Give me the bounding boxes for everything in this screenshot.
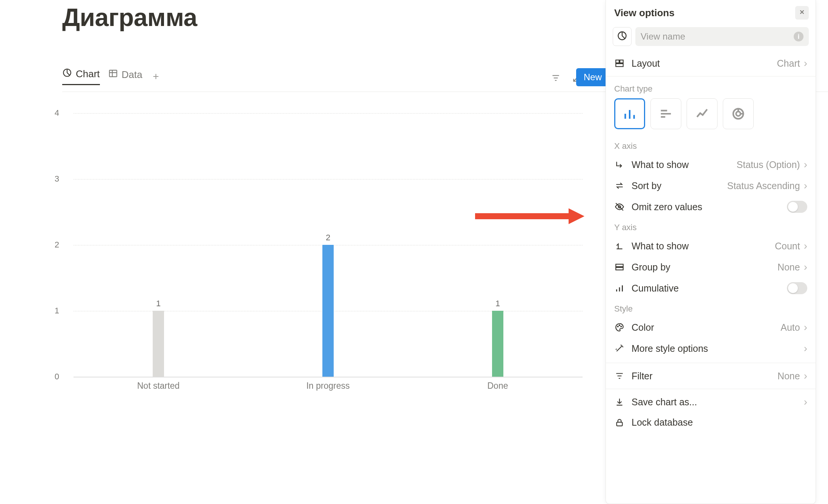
bar[interactable]: 1 — [153, 311, 164, 377]
placeholder: View name — [641, 31, 685, 42]
bar[interactable]: 2 — [322, 245, 334, 377]
arrow-right-down-icon — [614, 159, 625, 170]
arrow-up-left-icon — [614, 241, 625, 251]
tab-label: Data — [122, 69, 143, 81]
row-label: What to show — [632, 241, 688, 252]
y-cumulative-row[interactable]: Cumulative — [606, 278, 816, 299]
view-options-panel: View options View name i Layout Chart › — [606, 0, 816, 504]
close-button[interactable] — [795, 6, 809, 20]
row-label: Cumulative — [632, 283, 679, 294]
chart-type-bar[interactable] — [614, 98, 645, 129]
tab-chart[interactable]: Chart — [62, 68, 100, 85]
eye-off-icon — [614, 202, 625, 212]
tab-label: Chart — [76, 68, 100, 80]
svg-point-10 — [736, 111, 741, 116]
chevron-right-icon: › — [804, 261, 807, 273]
row-value: Status (Option) — [737, 159, 800, 170]
chevron-right-icon: › — [804, 396, 807, 408]
x-axis-label: X axis — [606, 136, 816, 154]
layout-icon — [614, 58, 625, 69]
y-what-to-show-row[interactable]: What to show Count › — [606, 235, 816, 257]
x-sort-by-row[interactable]: Sort by Status Ascending › — [606, 175, 816, 196]
chart-type-horizontal-bar[interactable] — [650, 98, 681, 129]
style-color-row[interactable]: Color Auto › — [606, 317, 816, 338]
style-more-row[interactable]: More style options › — [606, 338, 816, 359]
row-label: Lock database — [632, 417, 693, 428]
chart-type-donut[interactable] — [723, 98, 754, 129]
style-label: Style — [606, 299, 816, 317]
chevron-right-icon: › — [804, 180, 807, 192]
chart-type-label: Chart type — [606, 79, 816, 97]
view-name-input[interactable]: View name i — [635, 27, 809, 46]
svg-point-15 — [619, 325, 620, 326]
x-category-label: Done — [413, 381, 583, 391]
row-label: Group by — [632, 262, 670, 273]
bar-chart: 01234 1Not started2In progress1Done — [62, 113, 583, 392]
bar-value-label: 1 — [156, 299, 161, 309]
tab-data[interactable]: Data — [108, 69, 143, 85]
svg-rect-6 — [616, 60, 619, 63]
palette-icon — [614, 322, 625, 333]
y-tick-label: 4 — [55, 108, 59, 118]
pie-chart-icon — [62, 68, 72, 80]
y-tick-label: 1 — [55, 306, 59, 316]
svg-rect-13 — [616, 267, 623, 270]
view-tabs: Chart Data + — [62, 68, 161, 90]
chart-type-picker — [606, 97, 816, 136]
info-icon[interactable]: i — [794, 32, 803, 41]
y-tick-label: 2 — [55, 240, 59, 250]
y-group-by-row[interactable]: Group by None › — [606, 257, 816, 278]
svg-point-16 — [621, 326, 621, 327]
swap-icon — [614, 180, 625, 191]
cumulative-toggle[interactable] — [787, 282, 807, 294]
filter-icon[interactable] — [547, 70, 564, 86]
save-chart-row[interactable]: Save chart as... › — [606, 391, 816, 412]
x-category-label: In progress — [243, 381, 413, 391]
svg-rect-1 — [109, 70, 117, 76]
bar-column: 2In progress — [243, 113, 413, 377]
svg-rect-7 — [620, 60, 623, 63]
layout-label: Layout — [632, 58, 660, 69]
table-icon — [108, 69, 118, 81]
layout-row[interactable]: Layout Chart › — [606, 53, 816, 74]
bar-column: 1Done — [413, 113, 583, 377]
row-value: None — [777, 371, 800, 382]
omit-zero-toggle[interactable] — [787, 201, 807, 213]
bar[interactable]: 1 — [492, 311, 503, 377]
filter-row[interactable]: Filter None › — [606, 365, 816, 386]
svg-rect-12 — [616, 264, 623, 267]
y-axis-label: Y axis — [606, 217, 816, 235]
add-view-button[interactable]: + — [151, 71, 161, 82]
x-omit-zero-row[interactable]: Omit zero values — [606, 196, 816, 217]
y-tick-label: 0 — [55, 372, 59, 382]
bars-icon — [614, 283, 625, 293]
row-label: More style options — [632, 343, 708, 354]
row-label: Filter — [632, 371, 653, 382]
svg-rect-17 — [616, 422, 622, 426]
bar-value-label: 2 — [326, 233, 330, 243]
layout-value: Chart — [777, 58, 800, 69]
y-tick-label: 3 — [55, 174, 59, 184]
row-value: Status Ascending — [727, 180, 800, 191]
bar-column: 1Not started — [74, 113, 243, 377]
row-label: Sort by — [632, 180, 661, 191]
row-label: Omit zero values — [632, 202, 702, 212]
svg-rect-8 — [616, 64, 623, 67]
page-title: Диаграмма — [62, 3, 197, 32]
new-button-label: New — [584, 72, 602, 82]
svg-point-14 — [618, 326, 618, 327]
row-label: Color — [632, 322, 654, 333]
chart-type-line[interactable] — [687, 98, 718, 129]
panel-title: View options — [614, 7, 675, 19]
chevron-right-icon: › — [804, 159, 807, 171]
rows-icon — [614, 262, 625, 272]
chevron-right-icon: › — [804, 240, 807, 252]
gridline — [74, 377, 583, 377]
view-icon-picker[interactable] — [613, 27, 632, 46]
chevron-right-icon: › — [804, 57, 807, 69]
x-what-to-show-row[interactable]: What to show Status (Option) › — [606, 154, 816, 175]
row-value: Count — [775, 241, 800, 252]
lock-icon — [614, 417, 625, 428]
lock-database-row[interactable]: Lock database — [606, 412, 816, 432]
filter-icon — [614, 371, 625, 381]
